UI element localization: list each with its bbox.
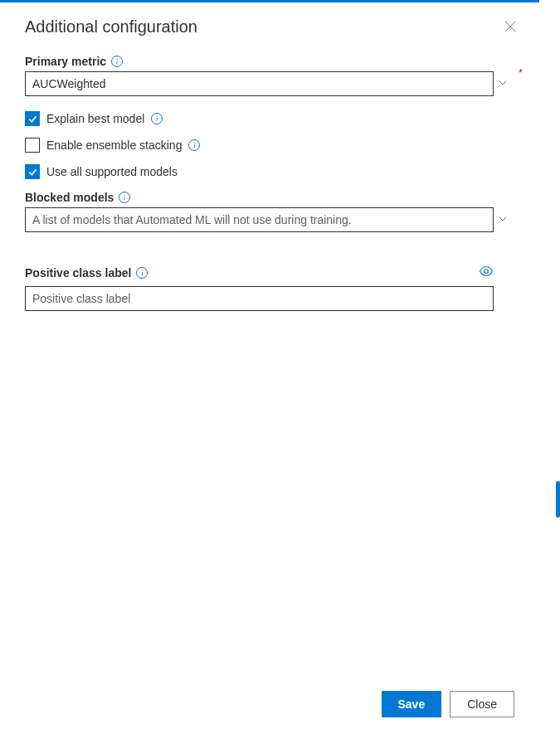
use-all-models-row: Use all supported models: [25, 164, 514, 179]
use-all-models-checkbox[interactable]: [25, 164, 40, 179]
panel-header: Additional configuration: [0, 2, 539, 55]
close-button[interactable]: Close: [450, 691, 514, 717]
blocked-models-placeholder: A list of models that Automated ML will …: [32, 213, 352, 226]
chevron-down-icon: [498, 213, 508, 226]
blocked-models-label: Blocked models: [25, 191, 114, 204]
primary-metric-value: AUCWeighted: [32, 77, 105, 90]
info-icon[interactable]: i: [136, 267, 148, 279]
ensemble-stacking-checkbox[interactable]: [25, 138, 40, 153]
positive-class-label: Positive class label: [25, 266, 131, 280]
blocked-models-select[interactable]: A list of models that Automated ML will …: [25, 207, 494, 232]
ensemble-stacking-label: Enable ensemble stacking: [46, 139, 182, 152]
primary-metric-select[interactable]: AUCWeighted: [25, 71, 494, 96]
additional-configuration-panel: Additional configuration Primary metric …: [0, 0, 539, 734]
use-all-models-label: Use all supported models: [46, 165, 178, 178]
positive-class-input[interactable]: [25, 286, 494, 311]
svg-point-2: [485, 270, 489, 274]
chevron-down-icon: [498, 77, 508, 90]
save-button[interactable]: Save: [382, 691, 442, 717]
info-icon[interactable]: i: [151, 113, 163, 124]
primary-metric-label: Primary metric: [25, 55, 106, 68]
close-icon[interactable]: [504, 21, 518, 34]
eye-icon[interactable]: [479, 264, 494, 281]
panel-content: Primary metric i AUCWeighted * Explain b…: [0, 55, 539, 678]
primary-metric-select-wrapper: AUCWeighted *: [25, 71, 514, 96]
blocked-models-select-wrapper: A list of models that Automated ML will …: [25, 207, 514, 232]
ensemble-stacking-row: Enable ensemble stacking i: [25, 138, 514, 153]
scrollbar-thumb[interactable]: [556, 481, 560, 518]
info-icon[interactable]: i: [188, 139, 200, 151]
panel-footer: Save Close: [0, 678, 539, 734]
panel-title: Additional configuration: [25, 17, 197, 36]
explain-best-model-checkbox[interactable]: [25, 111, 40, 126]
explain-best-model-label: Explain best model: [46, 112, 144, 125]
explain-best-model-row: Explain best model i: [25, 111, 514, 126]
positive-class-label-row: Positive class label i: [25, 266, 148, 280]
positive-class-header: Positive class label i: [25, 264, 494, 281]
primary-metric-label-row: Primary metric i: [25, 55, 514, 68]
blocked-models-label-row: Blocked models i: [25, 191, 514, 204]
info-icon[interactable]: i: [119, 192, 130, 203]
info-icon[interactable]: i: [111, 56, 123, 67]
required-asterisk: *: [519, 66, 523, 79]
